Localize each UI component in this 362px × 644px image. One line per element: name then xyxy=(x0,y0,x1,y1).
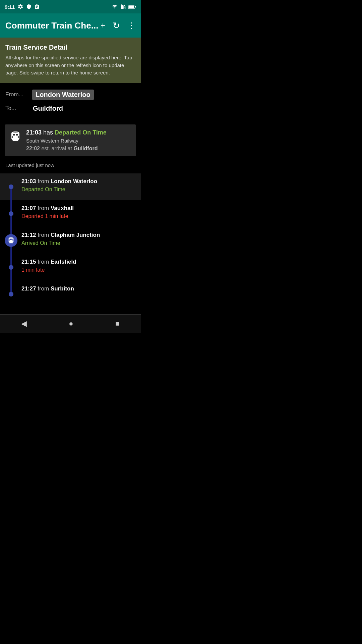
stop-from-text: from xyxy=(38,178,49,184)
stop-time: 21:07 xyxy=(21,205,36,211)
info-banner-text: All stops for the specified service are … xyxy=(5,54,135,77)
stop-status: Arrived On Time xyxy=(21,240,136,246)
stop-content: 21:15 from Earlsfield1 min late xyxy=(17,254,136,281)
stop-time-line: 21:27 from Surbiton xyxy=(21,285,136,292)
signal-icon xyxy=(120,4,126,9)
svg-rect-5 xyxy=(128,5,134,8)
stop-item: 21:07 from VauxhallDeparted 1 min late xyxy=(0,200,141,227)
service-train-icon xyxy=(9,130,21,144)
stop-time-line: 21:12 from Clapham Junction xyxy=(21,232,136,238)
stop-station: Surbiton xyxy=(51,285,74,292)
svg-rect-1 xyxy=(122,5,123,9)
stop-line-col xyxy=(5,173,17,200)
stop-line-col xyxy=(5,227,17,254)
svg-rect-6 xyxy=(135,6,136,7)
stop-dot xyxy=(9,265,13,270)
stop-from-text: from xyxy=(38,232,49,238)
service-arrival-station: Guildford xyxy=(73,146,98,151)
stop-dot xyxy=(9,211,13,216)
stop-station: Clapham Junction xyxy=(51,232,100,238)
service-info: 21:03 has Departed On Time South Western… xyxy=(26,129,131,152)
stop-status: Departed On Time xyxy=(21,186,136,193)
service-arrival-time: 22:02 xyxy=(26,146,40,151)
stop-from-text: from xyxy=(38,285,49,292)
route-from-label: From... xyxy=(5,91,32,98)
stop-line-col xyxy=(5,281,17,308)
stop-status: 1 min late xyxy=(21,267,136,273)
stop-time-line: 21:15 from Earlsfield xyxy=(21,259,136,265)
stop-dot xyxy=(9,292,13,297)
stop-line-col xyxy=(5,254,17,281)
stops-list: 21:03 from London WaterlooDeparted On Ti… xyxy=(0,173,141,314)
stop-time-line: 21:07 from Vauxhall xyxy=(21,205,136,212)
stop-time: 21:12 xyxy=(21,232,36,238)
svg-rect-0 xyxy=(121,4,122,9)
last-updated-value: just now xyxy=(36,162,54,168)
back-button[interactable]: ◀ xyxy=(14,317,34,331)
app-bar: Commuter Train Che... + ↻ ⋮ xyxy=(0,13,141,38)
stop-station: Vauxhall xyxy=(51,205,74,211)
svg-rect-2 xyxy=(123,6,124,9)
service-arrival: 22:02 est. arrival at Guildford xyxy=(26,146,131,152)
svg-rect-3 xyxy=(125,6,126,9)
recent-button[interactable]: ■ xyxy=(109,317,126,331)
stop-item: 21:15 from Earlsfield1 min late xyxy=(0,254,141,281)
route-to-row: To... Guildford xyxy=(5,103,135,114)
stop-content: 21:03 from London WaterlooDeparted On Ti… xyxy=(17,173,136,200)
shield-icon xyxy=(26,4,32,10)
info-banner: Train Service Detail All stops for the s… xyxy=(0,38,141,83)
nav-bar: ◀ ● ■ xyxy=(0,314,141,333)
stop-station: London Waterloo xyxy=(51,178,97,184)
add-button[interactable]: + xyxy=(101,21,105,30)
stop-from-text: from xyxy=(38,259,49,265)
app-bar-icons: + ↻ ⋮ xyxy=(101,20,135,31)
service-arrival-label: est. arrival at xyxy=(41,146,72,151)
stop-item: 21:27 from Surbiton xyxy=(0,281,141,308)
route-to-label: To... xyxy=(5,105,32,112)
service-has-text: has xyxy=(43,129,53,136)
stop-content: 21:07 from VauxhallDeparted 1 min late xyxy=(17,200,136,227)
status-right xyxy=(111,4,136,9)
route-to-station: Guildford xyxy=(32,103,64,114)
stop-from-text: from xyxy=(38,205,49,211)
battery-icon xyxy=(128,4,136,9)
stop-time: 21:03 xyxy=(21,178,36,184)
status-left: 9:11 xyxy=(5,4,40,10)
stop-time: 21:27 xyxy=(21,285,36,292)
last-updated-label: Last updated xyxy=(5,162,35,168)
stop-item: 21:03 from London WaterlooDeparted On Ti… xyxy=(0,173,141,200)
stop-line-col xyxy=(5,200,17,227)
service-depart-time: 21:03 xyxy=(26,129,42,136)
stop-content: 21:12 from Clapham JunctionArrived On Ti… xyxy=(17,227,136,254)
route-from-row: From... London Waterloo xyxy=(5,90,135,100)
clipboard-icon xyxy=(34,4,40,10)
info-banner-title: Train Service Detail xyxy=(5,44,135,51)
stop-current-train-icon xyxy=(5,234,17,247)
last-updated: Last updated just now xyxy=(0,160,141,173)
app-title: Commuter Train Che... xyxy=(5,20,101,31)
home-button[interactable]: ● xyxy=(62,317,80,331)
service-status: Departed On Time xyxy=(55,129,107,136)
stop-time: 21:15 xyxy=(21,259,36,265)
wifi-icon xyxy=(111,4,118,9)
refresh-button[interactable]: ↻ xyxy=(113,20,120,31)
stop-dot xyxy=(9,184,13,189)
stop-station: Earlsfield xyxy=(51,259,76,265)
route-from-station: London Waterloo xyxy=(32,90,94,100)
status-time: 9:11 xyxy=(5,4,15,10)
status-bar: 9:11 xyxy=(0,0,141,13)
service-time-line: 21:03 has Departed On Time xyxy=(26,129,131,136)
route-section: From... London Waterloo To... Guildford xyxy=(0,83,141,120)
stop-item: 21:12 from Clapham JunctionArrived On Ti… xyxy=(0,227,141,254)
train-icon xyxy=(9,130,21,143)
stop-status: Departed 1 min late xyxy=(21,213,136,219)
stop-time-line: 21:03 from London Waterloo xyxy=(21,178,136,185)
stop-content: 21:27 from Surbiton xyxy=(17,281,136,308)
menu-button[interactable]: ⋮ xyxy=(127,21,135,30)
settings-icon xyxy=(17,4,23,10)
service-operator: South Western Railway xyxy=(26,138,131,144)
service-card: 21:03 has Departed On Time South Western… xyxy=(5,124,136,156)
